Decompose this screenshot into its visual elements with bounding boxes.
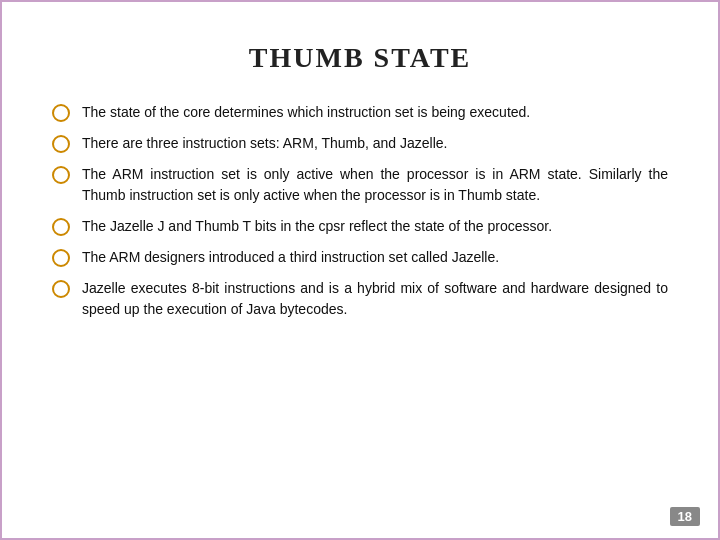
list-item: There are three instruction sets: ARM, T… — [52, 133, 668, 154]
bullet-list: The state of the core determines which i… — [52, 102, 668, 320]
title-area: THUMB STATE — [52, 42, 668, 74]
title-text: T — [249, 42, 270, 73]
page-number: 18 — [670, 507, 700, 526]
bullet-icon-2 — [52, 135, 70, 153]
list-item: Jazelle executes 8-bit instructions and … — [52, 278, 668, 320]
title-tate: TATE — [391, 42, 471, 73]
list-item: The ARM instruction set is only active w… — [52, 164, 668, 206]
title-s: S — [374, 42, 392, 73]
list-item: The ARM designers introduced a third ins… — [52, 247, 668, 268]
bullet-text-4: The Jazelle J and Thumb T bits in the cp… — [82, 216, 668, 237]
bullet-icon-5 — [52, 249, 70, 267]
bullet-text-5: The ARM designers introduced a third ins… — [82, 247, 668, 268]
bullet-text-2: There are three instruction sets: ARM, T… — [82, 133, 668, 154]
bullet-icon-3 — [52, 166, 70, 184]
bullet-text-6: Jazelle executes 8-bit instructions and … — [82, 278, 668, 320]
bullet-icon-4 — [52, 218, 70, 236]
bullet-icon-1 — [52, 104, 70, 122]
slide-title: THUMB STATE — [249, 42, 471, 73]
bullet-text-1: The state of the core determines which i… — [82, 102, 668, 123]
title-thumb: HUMB — [269, 42, 373, 73]
list-item: The state of the core determines which i… — [52, 102, 668, 123]
bullet-text-3: The ARM instruction set is only active w… — [82, 164, 668, 206]
slide: THUMB STATE The state of the core determ… — [0, 0, 720, 540]
list-item: The Jazelle J and Thumb T bits in the cp… — [52, 216, 668, 237]
bullet-icon-6 — [52, 280, 70, 298]
